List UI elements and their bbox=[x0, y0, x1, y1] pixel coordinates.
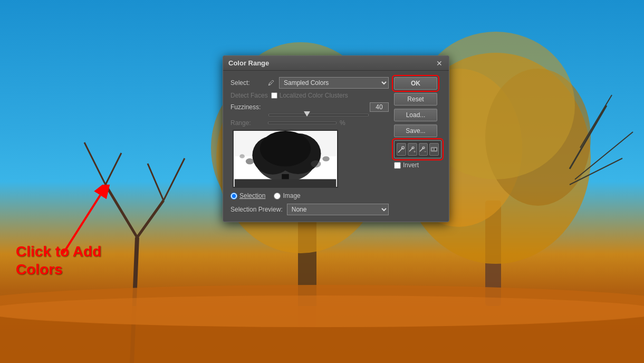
svg-text:+: + bbox=[414, 150, 416, 153]
preview-svg bbox=[234, 131, 337, 187]
svg-rect-49 bbox=[435, 148, 436, 150]
selection-preview-select[interactable]: None Grayscale Black Matte White Matte Q… bbox=[287, 204, 389, 215]
fuzziness-label: Fuzziness: bbox=[230, 103, 265, 111]
svg-line-38 bbox=[399, 148, 403, 152]
fuzziness-slider-track bbox=[268, 114, 369, 116]
svg-text:−: − bbox=[424, 150, 426, 153]
svg-point-36 bbox=[322, 156, 329, 161]
fuzziness-value[interactable]: 40 bbox=[370, 102, 389, 112]
invert-checkbox[interactable] bbox=[394, 162, 401, 169]
selection-radio-text: Selection bbox=[239, 192, 265, 199]
preview-image-area bbox=[233, 130, 338, 188]
detect-faces-label: Detect Faces bbox=[230, 92, 268, 99]
invert-row: Invert bbox=[394, 161, 441, 169]
select-label: Select: bbox=[230, 79, 265, 87]
localized-color-clusters-checkbox[interactable]: Localized Color Clusters bbox=[271, 92, 348, 99]
image-radio-text: Image bbox=[283, 192, 300, 199]
localize-color-zone-button[interactable] bbox=[429, 143, 439, 156]
save-button[interactable]: Save... bbox=[394, 125, 437, 137]
invert-label: Invert bbox=[403, 161, 419, 169]
range-row: Range: % bbox=[230, 119, 389, 127]
range-label: Range: bbox=[230, 119, 265, 127]
eyedropper-add-button[interactable]: + bbox=[408, 143, 417, 156]
load-button[interactable]: Load... bbox=[394, 109, 437, 121]
close-button[interactable]: ✕ bbox=[435, 60, 444, 67]
eyedropper-tools-row: + − bbox=[394, 140, 441, 158]
annotation-text: Click to Add Colors bbox=[16, 243, 101, 278]
selection-radio-input[interactable] bbox=[230, 193, 237, 199]
select-dropdown[interactable]: Sampled Colors Reds Yellows Greens Blues bbox=[279, 77, 389, 89]
select-row: Select: 🖊 Sampled Colors Reds Yellows Gr… bbox=[230, 77, 389, 89]
fuzziness-slider-track-area bbox=[268, 114, 389, 116]
eyedropper-icon-inline: 🖊 bbox=[268, 79, 274, 87]
localized-color-clusters-label: Localized Color Clusters bbox=[280, 92, 348, 99]
eyedropper-subtract-button[interactable]: − bbox=[419, 143, 428, 156]
svg-point-34 bbox=[246, 158, 254, 165]
svg-point-37 bbox=[239, 154, 245, 158]
svg-point-31 bbox=[260, 131, 311, 166]
preview-area-container bbox=[233, 130, 389, 188]
selection-preview-label: Selection Preview: bbox=[230, 206, 283, 213]
range-pct: % bbox=[340, 119, 345, 127]
reset-button[interactable]: Reset bbox=[394, 93, 437, 106]
svg-rect-47 bbox=[431, 147, 437, 151]
image-radio-label[interactable]: Image bbox=[274, 192, 300, 199]
dialog-titlebar: Color Range ✕ bbox=[223, 56, 449, 71]
image-radio-input[interactable] bbox=[274, 193, 281, 199]
ok-button[interactable]: OK bbox=[394, 77, 437, 90]
dialog-title: Color Range bbox=[228, 59, 269, 67]
dialog-left-panel: Select: 🖊 Sampled Colors Reds Yellows Gr… bbox=[230, 77, 389, 215]
eyedropper-button[interactable] bbox=[397, 143, 406, 156]
range-slider-track bbox=[268, 122, 337, 124]
svg-point-35 bbox=[311, 160, 321, 167]
color-range-dialog: Color Range ✕ Select: 🖊 Sampled Colors R… bbox=[223, 55, 449, 222]
selection-preview-row: Selection Preview: None Grayscale Black … bbox=[230, 204, 389, 215]
detect-faces-row: Detect Faces Localized Color Clusters bbox=[230, 92, 389, 99]
localized-color-clusters-input[interactable] bbox=[271, 92, 277, 99]
svg-line-40 bbox=[398, 152, 399, 152]
radio-row: Selection Image bbox=[230, 192, 389, 199]
svg-rect-48 bbox=[432, 148, 434, 150]
svg-rect-33 bbox=[235, 179, 337, 187]
fuzziness-row: Fuzziness: 40 bbox=[230, 102, 389, 112]
fuzziness-slider-thumb[interactable] bbox=[304, 111, 310, 117]
dialog-right-panel: OK Reset Load... Save... + bbox=[394, 77, 441, 215]
selection-radio-label[interactable]: Selection bbox=[230, 192, 265, 199]
